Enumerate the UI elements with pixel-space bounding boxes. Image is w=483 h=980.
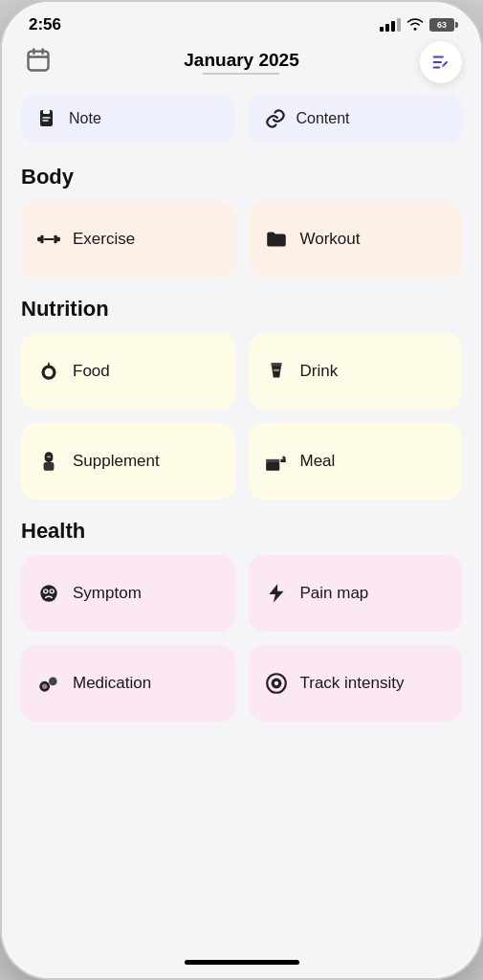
wifi-icon (406, 17, 424, 33)
svg-rect-21 (44, 462, 55, 471)
svg-point-31 (49, 678, 57, 686)
status-bar: 2:56 63 (2, 2, 481, 42)
svg-rect-13 (40, 235, 43, 244)
exercise-label: Exercise (73, 229, 135, 250)
drink-card[interactable]: Drink (249, 333, 463, 410)
body-section-title: Body (21, 165, 462, 189)
svg-rect-24 (266, 459, 279, 462)
track-icon (264, 671, 289, 696)
header: January 2025 (2, 42, 481, 86)
pain-map-card[interactable]: Pain map (249, 555, 463, 632)
health-cards-grid: Symptom Pain map Med (21, 555, 462, 722)
symptom-card[interactable]: Symptom (21, 555, 235, 632)
status-icons: 63 (380, 17, 454, 33)
home-indicator (2, 946, 481, 978)
folder-icon (264, 227, 289, 252)
edit-button[interactable] (420, 41, 462, 83)
note-card[interactable]: Note (21, 94, 235, 144)
content-label: Content (296, 110, 350, 127)
svg-rect-22 (47, 457, 51, 458)
body-cards-grid: Exercise Workout (21, 201, 462, 278)
drink-icon (264, 359, 289, 384)
svg-point-29 (51, 590, 54, 593)
dumbbell-icon (36, 227, 61, 252)
quick-actions-row: Note Content (21, 94, 462, 144)
medication-label: Medication (73, 673, 151, 694)
note-icon (36, 107, 59, 130)
svg-point-35 (274, 681, 277, 685)
pain-map-label: Pain map (300, 583, 369, 604)
header-underline (203, 73, 279, 75)
svg-rect-0 (29, 52, 49, 71)
nutrition-section-title: Nutrition (21, 297, 462, 322)
svg-point-32 (42, 684, 47, 689)
nutrition-section: Nutrition Food (21, 297, 462, 500)
meal-icon (264, 449, 289, 474)
health-section: Health Symptom (21, 519, 462, 722)
food-card[interactable]: Food (21, 333, 235, 410)
svg-point-25 (40, 585, 56, 601)
exercise-card[interactable]: Exercise (21, 201, 235, 278)
health-section-title: Health (21, 519, 462, 544)
note-label: Note (69, 110, 101, 127)
body-section: Body Exercise (21, 165, 462, 278)
main-content: Note Content Body (2, 86, 481, 946)
supplement-card[interactable]: Supplement (21, 423, 235, 500)
calendar-icon[interactable] (25, 47, 52, 78)
drink-label: Drink (300, 361, 339, 382)
meal-card[interactable]: Meal (249, 423, 463, 500)
link-icon (264, 107, 287, 130)
workout-card[interactable]: Workout (249, 201, 463, 278)
svg-rect-14 (54, 235, 56, 244)
pain-icon (264, 581, 289, 606)
meal-label: Meal (300, 451, 336, 472)
symptom-icon (36, 581, 61, 606)
svg-rect-8 (43, 110, 50, 114)
svg-rect-15 (44, 238, 55, 240)
food-label: Food (73, 361, 110, 382)
svg-rect-23 (266, 462, 279, 471)
svg-rect-19 (273, 369, 279, 371)
svg-point-17 (45, 368, 54, 377)
supplement-label: Supplement (73, 451, 160, 472)
svg-rect-18 (271, 363, 281, 366)
medication-card[interactable]: Medication (21, 645, 235, 722)
workout-label: Workout (300, 229, 361, 250)
nutrition-cards-grid: Food Drink (21, 333, 462, 500)
svg-point-28 (44, 590, 47, 593)
status-time: 2:56 (29, 15, 61, 34)
page-title: January 2025 (184, 50, 298, 71)
medication-icon (36, 671, 61, 696)
track-intensity-label: Track intensity (300, 673, 405, 694)
content-card[interactable]: Content (249, 94, 463, 144)
symptom-label: Symptom (73, 583, 142, 604)
home-bar (185, 960, 299, 965)
supplement-icon (36, 449, 61, 474)
food-icon (36, 359, 61, 384)
signal-icon (380, 18, 401, 32)
track-intensity-card[interactable]: Track intensity (249, 645, 463, 722)
battery-icon: 63 (429, 18, 454, 32)
